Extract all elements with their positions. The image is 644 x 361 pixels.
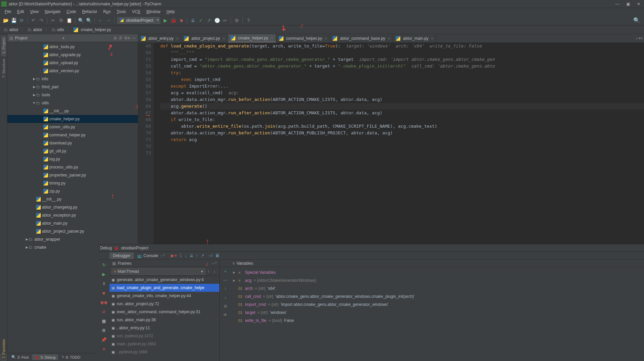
restore-layout-icon[interactable]: ▦ — [101, 318, 107, 324]
tool-windows-button[interactable] — [1, 354, 7, 360]
commit-icon[interactable]: ✓ — [198, 17, 204, 23]
run-icon[interactable]: ▶ — [162, 17, 168, 23]
tree-file[interactable]: abtor_tools.py — [7, 43, 138, 51]
expander-icon[interactable]: ▶ — [233, 271, 236, 274]
menu-file[interactable]: File — [2, 9, 14, 15]
menu-help[interactable]: Help — [164, 9, 178, 15]
menu-run[interactable]: Run — [100, 9, 113, 15]
open-icon[interactable]: 📂 — [3, 17, 9, 23]
mute-breakpoints-icon[interactable]: ⊘ — [101, 309, 107, 315]
code-line[interactable]: acg.generate() — [160, 103, 644, 110]
update-icon[interactable]: ⇊ — [190, 17, 196, 23]
duplicate-icon[interactable]: ⧉ — [222, 303, 228, 309]
tree-file[interactable]: comm_utils.py — [7, 123, 138, 131]
tree-file[interactable]: process_utils.py — [7, 163, 138, 171]
gear-icon[interactable]: ⚙▾ — [124, 36, 130, 40]
code-line[interactable]: return acg — [160, 136, 644, 143]
tree-file[interactable]: __init__.py — [7, 195, 138, 203]
tab-find[interactable]: 🔍 3: Find — [9, 354, 31, 360]
paste-icon[interactable]: 📋 — [66, 17, 72, 23]
line-number[interactable]: 56 — [138, 83, 151, 90]
expander-icon[interactable]: ▶ — [25, 238, 29, 241]
tree-file[interactable]: abtor_upgrade.py — [7, 51, 138, 59]
tab-structure[interactable]: 7: Structure — [1, 56, 6, 81]
code-line[interactable]: abtor.write_entire_file(os.path.join(acg… — [160, 123, 644, 130]
line-number[interactable]: 69 — [138, 123, 151, 130]
tab-debug[interactable]: 🐞 5: Debug — [32, 354, 58, 360]
close-icon[interactable]: × — [176, 36, 178, 40]
line-number[interactable]: 70 — [138, 130, 151, 136]
run-to-cursor-icon[interactable]: →I — [207, 253, 213, 258]
stack-frame[interactable]: ▣, pydevd.py:1668 — [110, 348, 219, 356]
tree-folder[interactable]: ▶🗀abtor_wrapper — [7, 235, 138, 243]
tree-file[interactable]: abtor_changelog.py — [7, 203, 138, 211]
tree-folder[interactable]: ▶🗀third_part — [7, 83, 138, 91]
code-line[interactable]: """...""" — [160, 49, 644, 56]
minimize-button[interactable]: ― — [613, 1, 621, 7]
breadcrumb[interactable]: 🗀abtor — [26, 27, 43, 33]
forward-icon[interactable]: → — [105, 17, 112, 23]
tab-console[interactable]: 📺Console→* — [134, 252, 169, 259]
settings-icon[interactable]: ⚙ — [101, 327, 107, 333]
code-line[interactable]: def load_cmake_plugin_and_generate(targe… — [160, 43, 644, 49]
code-line[interactable]: abtor.data.action_mgr.run_befor_action(A… — [160, 96, 644, 103]
editor-tab[interactable]: abtor_project.py× — [181, 34, 228, 42]
menu-view[interactable]: View — [27, 9, 41, 15]
variables-list[interactable]: ▶≡Special Variables▶≡acg = {AbtorCMakeGe… — [231, 267, 644, 361]
line-number[interactable]: 49 — [138, 43, 151, 49]
stack-frame[interactable]: ▣run, pydevd.py:1072 — [110, 332, 219, 340]
pin-icon[interactable]: 📌 — [101, 337, 107, 343]
find-icon[interactable]: 🔍 — [78, 17, 84, 23]
variable-row[interactable]: 01write_to_file = {bool} False — [233, 317, 642, 325]
expander-icon[interactable]: ▶ — [32, 77, 36, 81]
frames-list[interactable]: ▣generate, abtor_cmake_generator_windows… — [110, 276, 219, 361]
tree-file[interactable]: properties_parser.py — [7, 171, 138, 179]
tree-file[interactable]: cmake_helper.py — [7, 115, 138, 123]
redo-icon[interactable]: ↷ — [38, 17, 44, 23]
variable-row[interactable]: 01import_cmd = {str} 'import abtor.cmake… — [233, 300, 642, 309]
tree-file[interactable]: abtor_main.py — [7, 219, 138, 227]
stack-frame[interactable]: ▣main, pydevd.py:1662 — [110, 340, 219, 348]
drop-frame-icon[interactable]: ↗ — [201, 253, 204, 258]
evaluate-icon[interactable]: 🖩 — [215, 253, 220, 258]
prev-tab-icon[interactable]: × — [636, 36, 638, 40]
expander-icon[interactable]: ▶ — [25, 246, 29, 249]
menu-navigate[interactable]: Navigate — [42, 9, 63, 15]
line-number[interactable]: 66 — [138, 103, 151, 110]
line-number[interactable]: 58 — [138, 96, 151, 103]
expand-icon[interactable]: →* — [211, 261, 217, 266]
line-number[interactable]: 50 — [138, 49, 151, 56]
stop-icon[interactable]: ■ — [178, 17, 184, 23]
down-icon[interactable]: ↓ — [222, 294, 228, 300]
settings-icon[interactable]: ⚙ — [234, 17, 240, 23]
tree-file[interactable]: git_util.py — [7, 147, 138, 155]
run-config-selector[interactable]: obsidianProject — [117, 17, 160, 24]
collapse-all-icon[interactable]: ⇵ — [119, 36, 122, 40]
line-number[interactable]: 55 — [138, 76, 151, 83]
cut-icon[interactable]: ✂ — [50, 17, 56, 23]
code-line[interactable]: abtor.data.action_mgr.run_befor_action(A… — [160, 130, 644, 136]
close-icon[interactable]: ✕ — [101, 346, 107, 352]
tree-file[interactable]: command_helper.py — [7, 131, 138, 139]
menu-edit[interactable]: Edit — [14, 9, 27, 15]
line-number[interactable]: 51 — [138, 56, 151, 63]
tree-file[interactable]: download.py — [7, 139, 138, 147]
rollback-icon[interactable]: ↩ — [222, 17, 228, 23]
breadcrumb[interactable]: 🗀abtor — [3, 27, 20, 33]
step-over-icon[interactable]: ⤵ — [180, 253, 182, 258]
editor-tab[interactable]: abtor_command_base.py× — [330, 34, 393, 42]
line-number[interactable]: 72 — [138, 143, 151, 150]
editor-tab[interactable]: cmake_helper.py× — [228, 34, 276, 42]
code-line[interactable]: except ImportError:... — [160, 83, 644, 90]
project-view-icon[interactable]: ▤ — [9, 36, 13, 40]
editor-tab[interactable]: command_helper.py× — [276, 34, 330, 42]
line-number[interactable]: 67 — [138, 110, 151, 116]
close-icon[interactable]: × — [388, 36, 390, 40]
save-icon[interactable]: 💾 — [11, 17, 17, 23]
line-number[interactable]: 53 — [138, 63, 151, 70]
close-icon[interactable]: × — [223, 36, 225, 40]
tree-file[interactable]: abtor_version.py — [7, 67, 138, 75]
copy-icon[interactable]: ⧉ — [58, 17, 64, 23]
expander-icon[interactable]: ▶ — [32, 85, 36, 89]
breadcrumb[interactable]: cmake_helper.py — [72, 27, 113, 33]
